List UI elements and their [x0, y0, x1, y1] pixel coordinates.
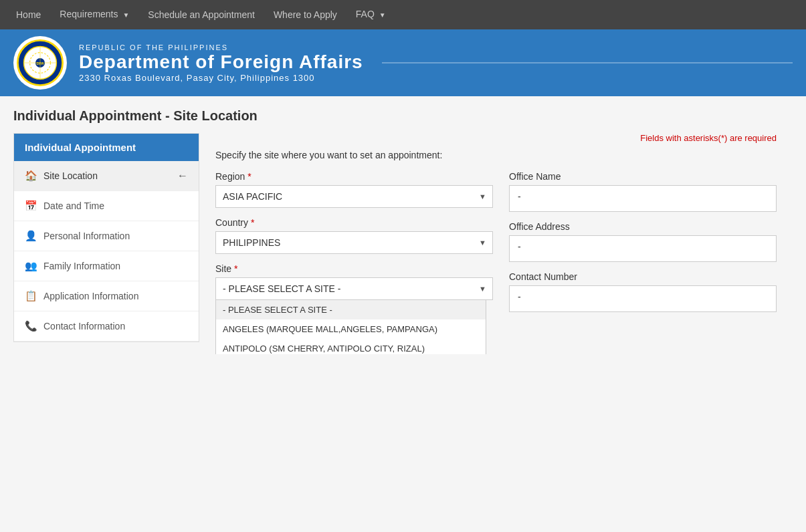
- office-address-group: Office Address -: [509, 221, 777, 262]
- region-group: Region * ASIA PACIFIC: [215, 171, 493, 208]
- form-right-col: Office Name - Office Address - Contact N…: [509, 171, 777, 334]
- region-select[interactable]: ASIA PACIFIC: [215, 185, 493, 208]
- sidebar-label-date-time: Date and Time: [43, 201, 104, 211]
- country-label: Country *: [215, 217, 493, 228]
- sidebar: Individual Appointment 🏠 Site Location ←…: [13, 133, 199, 342]
- document-icon: 📋: [25, 290, 37, 302]
- form-left-col: Region * ASIA PACIFIC Country *: [215, 171, 493, 334]
- page-layout: Individual Appointment 🏠 Site Location ←…: [13, 133, 793, 342]
- country-select[interactable]: PHILIPPINES: [215, 231, 493, 254]
- header-address: 2330 Roxas Boulevard, Pasay City, Philip…: [79, 73, 363, 83]
- nav-where-to-apply[interactable]: Where to Apply: [264, 0, 346, 29]
- specify-text: Specify the site where you want to set a…: [215, 150, 777, 160]
- site-group: Site * - PLEASE SELECT A SITE - - PLEASE…: [215, 263, 493, 300]
- nav-schedule[interactable]: Schedule an Appointment: [138, 0, 264, 29]
- site-select-wrapper: - PLEASE SELECT A SITE -: [215, 277, 493, 300]
- country-select-wrapper: PHILIPPINES: [215, 231, 493, 254]
- sidebar-item-contact-info[interactable]: 📞 Contact Information: [14, 311, 199, 342]
- sidebar-item-site-location[interactable]: 🏠 Site Location ←: [14, 161, 199, 191]
- home-icon: 🏠: [25, 170, 37, 182]
- sidebar-item-family-info[interactable]: 👥 Family Information: [14, 251, 199, 281]
- nav-home[interactable]: Home: [7, 0, 50, 29]
- page-header: DFA Republic of the Philippines Departme…: [0, 29, 806, 96]
- sidebar-label-site-location: Site Location: [43, 170, 98, 181]
- dfa-logo: DFA: [13, 36, 67, 90]
- site-select[interactable]: - PLEASE SELECT A SITE -: [215, 277, 493, 300]
- form-row: Region * ASIA PACIFIC Country *: [215, 171, 777, 334]
- office-address-label: Office Address: [509, 221, 777, 232]
- requirements-dropdown-icon: ▼: [122, 11, 129, 19]
- contact-number-group: Contact Number -: [509, 271, 777, 312]
- dropdown-option[interactable]: ANGELES (MARQUEE MALL,ANGELES, PAMPANGA): [216, 319, 486, 339]
- sidebar-arrow-icon: ←: [177, 170, 188, 182]
- site-dropdown-list: - PLEASE SELECT A SITE -ANGELES (MARQUEE…: [215, 300, 486, 354]
- family-icon: 👥: [25, 260, 37, 272]
- region-required: *: [247, 171, 251, 182]
- office-name-label: Office Name: [509, 171, 777, 182]
- header-subtitle: Republic of the Philippines: [79, 43, 363, 51]
- sidebar-item-personal-info[interactable]: 👤 Personal Information: [14, 221, 199, 251]
- calendar-icon: 📅: [25, 200, 37, 212]
- person-icon: 👤: [25, 230, 37, 242]
- nav-faq[interactable]: FAQ ▼: [346, 0, 395, 30]
- dropdown-option[interactable]: - PLEASE SELECT A SITE -: [216, 300, 486, 319]
- site-required: *: [234, 263, 237, 274]
- sidebar-header: Individual Appointment: [14, 134, 199, 161]
- country-group: Country * PHILIPPINES: [215, 217, 493, 254]
- header-divider: [382, 62, 793, 63]
- faq-dropdown-icon: ▼: [379, 11, 386, 19]
- region-label: Region *: [215, 171, 493, 182]
- page-container: Individual Appointment - Site Location I…: [0, 96, 806, 354]
- office-address-value: -: [509, 235, 777, 262]
- sidebar-item-application-info[interactable]: 📋 Application Information: [14, 281, 199, 311]
- office-name-group: Office Name -: [509, 171, 777, 212]
- dropdown-option[interactable]: ANTIPOLO (SM CHERRY, ANTIPOLO CITY, RIZA…: [216, 339, 486, 354]
- country-required: *: [251, 217, 254, 228]
- contact-number-label: Contact Number: [509, 271, 777, 282]
- nav-requirements[interactable]: Requirements ▼: [50, 0, 138, 30]
- phone-icon: 📞: [25, 320, 37, 332]
- header-title: Department of Foreign Affairs: [79, 51, 363, 73]
- header-text: Republic of the Philippines Department o…: [79, 43, 363, 83]
- sidebar-label-family-info: Family Information: [43, 261, 120, 271]
- office-name-value: -: [509, 185, 777, 212]
- page-title: Individual Appointment - Site Location: [13, 108, 793, 124]
- contact-number-value: -: [509, 285, 777, 312]
- required-note: Fields with asterisks(*) are required: [215, 133, 777, 143]
- sidebar-label-personal-info: Personal Information: [43, 231, 130, 241]
- sidebar-item-date-time[interactable]: 📅 Date and Time: [14, 191, 199, 221]
- navbar: Home Requirements ▼ Schedule an Appointm…: [0, 0, 806, 29]
- site-label: Site *: [215, 263, 493, 274]
- main-content: Fields with asterisks(*) are required Sp…: [199, 133, 793, 342]
- region-select-wrapper: ASIA PACIFIC: [215, 185, 493, 208]
- sidebar-label-contact-info: Contact Information: [43, 321, 125, 331]
- sidebar-label-application-info: Application Information: [43, 291, 138, 301]
